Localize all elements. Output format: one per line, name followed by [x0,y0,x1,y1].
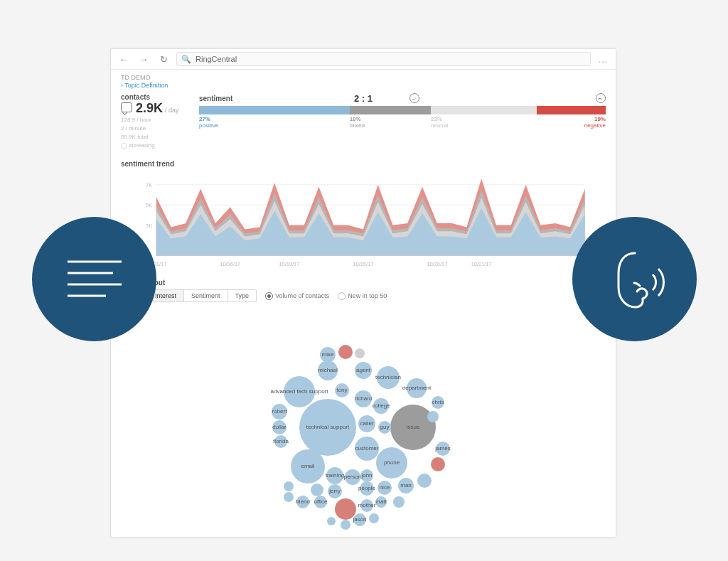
text-lines-icon [32,217,156,341]
contacts-value: 2.9K / day [121,101,192,116]
svg-text:mike: mike [322,351,334,358]
contacts-stat-line: 2 / minute [121,124,192,133]
breadcrumb: TD DEMO › Topic Definition [121,74,606,89]
svg-text:customer: customer [355,445,379,452]
svg-text:tony: tony [336,387,347,393]
bubble-item[interactable] [431,457,445,471]
talking-filters: Terms of InterestSentimentType Volume of… [121,289,606,302]
svg-text:technician: technician [375,374,401,380]
svg-text:advanced tech support: advanced tech support [271,388,329,395]
tab-type[interactable]: Type [228,290,257,301]
svg-text:office: office [314,498,328,505]
svg-text:friend: friend [296,498,310,505]
svg-text:michael: michael [318,367,338,373]
svg-text:robert: robert [272,408,288,415]
svg-text:chris: chris [432,399,444,405]
svg-text:dollar: dollar [272,424,287,430]
svg-text:man: man [400,482,412,488]
sentiment-segment-positive [199,106,350,114]
svg-text:people: people [358,485,376,491]
bubble-item[interactable] [427,411,439,422]
forward-button[interactable]: → [136,52,151,66]
bubble-item[interactable] [369,513,379,523]
search-icon: 🔍 [181,55,191,64]
sentiment-bar [199,106,606,114]
svg-text:training: training [326,472,344,479]
bubble-item[interactable] [393,496,405,508]
radio-new-in-top-50[interactable]: New in top 50 [338,292,387,300]
bubble-item[interactable] [417,474,432,488]
svg-text:florida: florida [273,438,289,444]
bubble-item[interactable] [338,345,353,359]
svg-text:college: college [372,402,390,409]
svg-text:nice: nice [380,484,390,491]
radio-volume-of-contacts[interactable]: Volume of contacts [265,292,329,300]
sentiment-card: sentiment 2 : 1 27%positive18%mixed23%ne… [199,93,606,129]
sentiment-title: sentiment [199,95,232,102]
chat-icon [121,102,132,112]
sentiment-segment-negative [537,106,606,114]
bubble-item[interactable] [311,483,323,496]
contacts-unit: / day [165,107,179,114]
bubble-item[interactable] [284,492,294,502]
sentiment-bar-labels: 27%positive18%mixed23%neutral19%negative [199,116,606,129]
svg-text:guy: guy [380,424,390,430]
svg-text:10/21/17: 10/21/17 [471,261,492,267]
svg-text:jerry: jerry [328,488,341,494]
svg-text:jason: jason [352,516,366,523]
bubble-item[interactable] [341,520,350,530]
more-menu-button[interactable]: … [596,53,610,65]
svg-text:7K: 7K [146,182,152,188]
svg-text:3K: 3K [146,223,152,229]
sentiment-segment-neutral [431,106,537,114]
svg-text:james: james [434,445,450,452]
sentiment-label-positive: 27%positive [199,116,350,129]
address-bar[interactable]: 🔍 [176,52,591,66]
contacts-stat-line: 128.9 / hour [121,116,192,124]
contacts-substats: 128.9 / hour2 / minute89.9K total◯ incre… [121,116,192,150]
contacts-stat-line: ◯ increasing [121,141,192,150]
sentiment-label-neutral: 23%neutral [431,116,537,129]
sentiment-segment-mixed [350,106,431,114]
svg-text:10/15/17: 10/15/17 [353,261,373,267]
svg-text:person: person [344,474,361,480]
contacts-number: 2.9K [136,101,163,116]
svg-text:5K: 5K [146,202,152,208]
refresh-button[interactable]: ↻ [156,52,171,66]
app-window: ← → ↻ 🔍 … TD DEMO › Topic Definition con… [110,48,616,538]
talking-title: talking about [121,279,606,287]
svg-text:10/06/17: 10/06/17 [220,261,240,267]
bubble-item[interactable] [355,348,365,358]
sentiment-ratio: 2 : 1 [354,93,373,104]
contacts-card: contacts 2.9K / day 128.9 / hour2 / minu… [121,93,192,150]
svg-text:10/20/17: 10/20/17 [427,261,447,267]
svg-text:10/10/17: 10/10/17 [279,261,299,267]
bubble-chart: technical supportissueemailphonecustomer… [121,306,606,506]
svg-text:john: john [360,472,372,479]
contacts-title: contacts [121,93,192,101]
svg-text:mother: mother [358,502,376,508]
smile-icon [410,93,419,103]
svg-text:email: email [301,463,314,469]
svg-text:issue: issue [407,424,420,430]
voice-icon [572,217,697,341]
back-button[interactable]: ← [117,52,131,66]
svg-text:caller: caller [360,420,373,427]
sentiment-label-mixed: 18%mixed [350,116,431,129]
search-input[interactable] [194,54,586,64]
sad-icon [596,93,606,103]
sentiment-trend-chart: 7K5K3K10/01/1710/06/1710/10/1710/15/1710… [121,171,606,270]
svg-text:department: department [402,385,432,391]
tab-sentiment[interactable]: Sentiment [184,290,228,301]
svg-text:phone: phone [384,459,400,466]
svg-text:agent: agent [356,367,371,373]
breadcrumb-link[interactable]: Topic Definition [124,82,168,89]
bubble-item[interactable] [284,481,294,491]
talking-radios: Volume of contactsNew in top 50 [257,292,387,300]
sentiment-label-negative: 19%negative [537,116,606,129]
svg-text:matt: matt [375,498,387,505]
bubble-item[interactable] [327,517,336,525]
browser-toolbar: ← → ↻ 🔍 … [111,49,616,70]
contacts-stat-line: 89.9K total [121,133,192,141]
org-label: TD DEMO [121,74,606,81]
